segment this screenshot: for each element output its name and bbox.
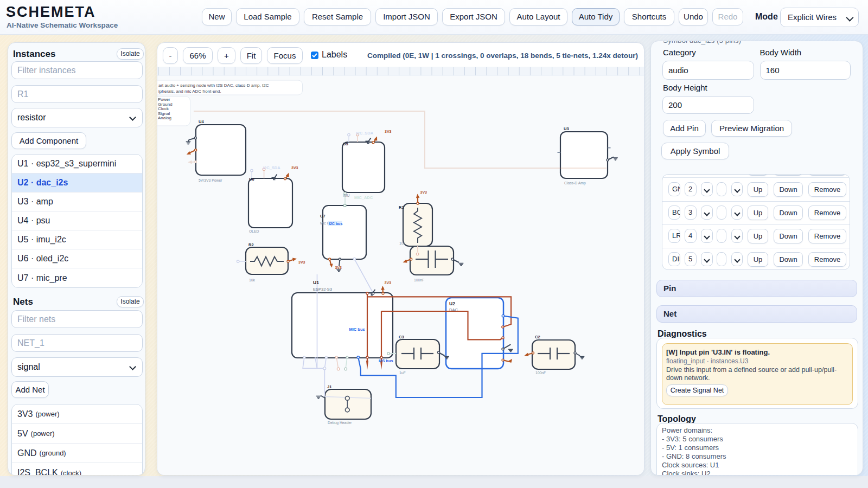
svg-text:10k: 10k: [249, 278, 256, 282]
svg-text:U5: U5: [343, 142, 348, 146]
svg-text:art audio + sensing node with: art audio + sensing node with I2S DAC, c…: [158, 83, 269, 88]
svg-text:IMU: IMU: [343, 194, 350, 197]
svg-text:U6: U6: [249, 177, 254, 182]
svg-text:100nF: 100nF: [535, 371, 546, 375]
svg-text:ESP32-S3: ESP32-S3: [313, 287, 332, 292]
svg-text:3V3: 3V3: [385, 281, 392, 285]
svg-text:DAC: DAC: [449, 307, 458, 312]
svg-text:I2C_SDA: I2C_SDA: [263, 165, 280, 170]
svg-text:I2S bus: I2S bus: [379, 358, 393, 363]
svg-text:3V3: 3V3: [420, 190, 427, 194]
svg-text:5V/3V3 Power: 5V/3V3 Power: [199, 178, 222, 182]
svg-text:100nF: 100nF: [414, 278, 424, 282]
svg-text:U4: U4: [199, 119, 204, 124]
svg-text:3V3: 3V3: [335, 266, 342, 269]
svg-text:OLED: OLED: [249, 229, 259, 233]
svg-text:1uF: 1uF: [399, 371, 406, 375]
svg-text:R2: R2: [248, 242, 254, 247]
svg-text:R1: R1: [399, 205, 404, 210]
svg-text:MIC_ADC: MIC_ADC: [354, 195, 373, 200]
svg-text:C2: C2: [535, 335, 540, 339]
svg-text:U1: U1: [313, 280, 319, 285]
svg-text:3V3: 3V3: [385, 130, 392, 133]
svg-text:ipherals, and mic ADC front-en: ipherals, and mic ADC front-end.: [158, 89, 221, 94]
svg-text:C3: C3: [399, 335, 404, 339]
svg-text:I2C bus: I2C bus: [329, 222, 342, 226]
svg-text:U3: U3: [564, 126, 569, 131]
svg-text:3V3: 3V3: [291, 166, 298, 170]
svg-text:I2C_SDA: I2C_SDA: [356, 131, 374, 136]
svg-text:10k: 10k: [399, 241, 406, 245]
svg-text:U7: U7: [320, 214, 326, 219]
svg-text:J1: J1: [327, 384, 331, 389]
svg-text:3V3: 3V3: [298, 260, 305, 264]
svg-text:Class-D Amp: Class-D Amp: [564, 181, 586, 185]
svg-text:MIC bus: MIC bus: [349, 327, 365, 332]
svg-text:Debug Header: Debug Header: [328, 421, 352, 425]
svg-text:U2: U2: [449, 301, 455, 306]
svg-text:Analog: Analog: [158, 115, 171, 120]
